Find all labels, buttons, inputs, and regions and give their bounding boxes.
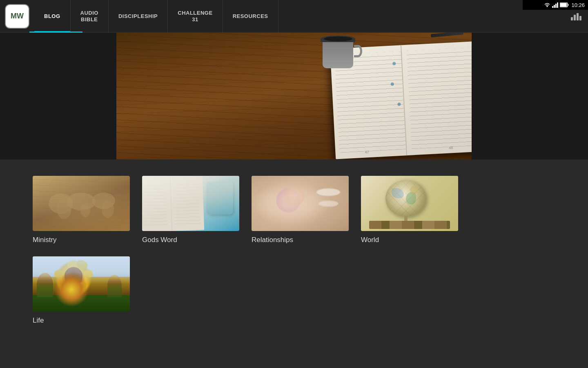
tab-blog[interactable]: BLOG: [34, 0, 71, 32]
category-world[interactable]: World: [361, 176, 458, 244]
thumb-gods-word[interactable]: [142, 176, 239, 231]
tab-discipleship[interactable]: DISCIPLESHIP: [109, 0, 168, 32]
svg-point-8: [102, 200, 114, 218]
svg-point-4: [57, 196, 71, 219]
status-time: 10:26: [571, 2, 585, 8]
main-content[interactable]: 47 48: [0, 33, 588, 368]
svg-point-3: [49, 193, 73, 214]
category-life-label: Life: [33, 316, 130, 325]
battery-icon: [560, 2, 569, 7]
category-relationships-label: Relationships: [252, 236, 349, 244]
active-tab-indicator: [29, 31, 82, 33]
hero-mug: [323, 39, 353, 68]
nav-tabs: BLOG AUDIO BIBLE DISCIPLESHIP CHALLENGE …: [34, 0, 571, 32]
thumb-world[interactable]: [361, 176, 458, 231]
world-map-svg: [40, 181, 122, 226]
svg-rect-2: [568, 4, 569, 6]
tab-resources[interactable]: RESOURCES: [223, 0, 278, 32]
category-gods-word-label: Gods Word: [142, 236, 239, 244]
categories-row-1: Ministry: [33, 176, 555, 244]
hero-banner: 47 48: [0, 33, 588, 159]
svg-point-5: [67, 193, 96, 211]
category-ministry-label: Ministry: [33, 236, 130, 244]
category-life[interactable]: Life: [33, 256, 130, 325]
thumb-life[interactable]: [33, 256, 130, 312]
category-ministry[interactable]: Ministry: [33, 176, 130, 244]
wifi-icon: [544, 2, 550, 7]
app-logo: MW: [5, 4, 29, 29]
thumb-ministry[interactable]: [33, 176, 130, 231]
navbar: MW BLOG AUDIO BIBLE DISCIPLESHIP CHALLEN…: [0, 0, 588, 33]
categories-row-2: Life: [33, 256, 555, 325]
svg-point-6: [80, 202, 90, 217]
category-world-label: World: [361, 236, 458, 244]
categories-section: Ministry: [0, 159, 588, 349]
category-relationships[interactable]: Relationships: [252, 176, 349, 244]
category-gods-word[interactable]: Gods Word: [142, 176, 239, 244]
signal-icon: [552, 2, 558, 8]
svg-rect-1: [560, 3, 567, 7]
status-icons: [544, 2, 569, 8]
svg-point-7: [92, 193, 115, 209]
tab-audio-bible[interactable]: AUDIO BIBLE: [71, 0, 109, 32]
stats-icon[interactable]: [571, 12, 581, 20]
nav-right: [571, 12, 581, 20]
tab-challenge-31[interactable]: CHALLENGE 31: [168, 0, 223, 32]
thumb-relationships[interactable]: [252, 176, 349, 231]
hero-image: 47 48: [116, 33, 472, 159]
status-bar: 10:26: [523, 0, 588, 10]
